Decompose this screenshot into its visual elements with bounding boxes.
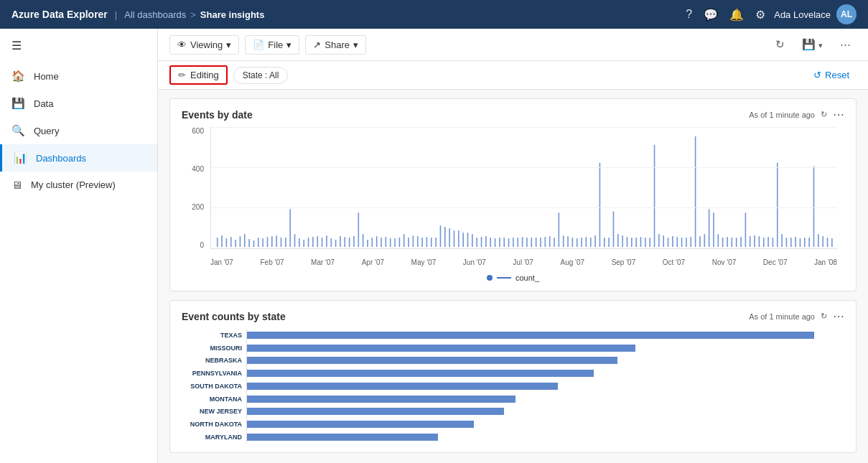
bar-row-maryland bbox=[247, 432, 844, 442]
settings-icon[interactable]: ⚙ bbox=[755, 8, 765, 22]
grid-line-mid1 bbox=[211, 167, 837, 168]
eye-icon: 👁 bbox=[177, 39, 187, 50]
filter-label: State : All bbox=[243, 70, 279, 80]
pencil-icon: ✏ bbox=[178, 70, 186, 80]
chart-plot-area bbox=[210, 127, 837, 249]
grid-lines bbox=[211, 127, 837, 248]
x-label-jan07: Jan '07 bbox=[210, 258, 233, 266]
bar-chart: TEXAS MISSOURI NEBRASKA PENNSYLVANIA SOU… bbox=[182, 329, 844, 444]
help-icon[interactable]: ? bbox=[686, 8, 692, 21]
sidebar-label-data: Data bbox=[34, 98, 53, 109]
user-profile[interactable]: Ada Lovelace AL bbox=[774, 4, 857, 24]
dashboard-content: Events by date As of 1 minute ago ↻ ⋯ 60… bbox=[158, 90, 868, 463]
breadcrumb-arrow: > bbox=[190, 9, 196, 20]
chart1-legend: count_ bbox=[182, 273, 844, 282]
chart2-header: Event counts by state As of 1 minute ago… bbox=[182, 309, 844, 323]
x-label-feb07: Feb '07 bbox=[260, 258, 284, 266]
state-label-northdakota: NORTH DAKOTA bbox=[190, 421, 242, 428]
sidebar-item-dashboards[interactable]: 📊 Dashboards bbox=[0, 144, 157, 172]
brand-name: Azure Data Explorer bbox=[11, 9, 108, 20]
chart1-refresh-icon[interactable]: ↻ bbox=[821, 110, 827, 119]
mycluster-icon: 🖥 bbox=[11, 179, 22, 191]
legend-line-icon bbox=[497, 277, 511, 279]
viewing-label: Viewing bbox=[190, 39, 223, 50]
x-label-jan08: Jan '08 bbox=[814, 258, 837, 266]
bar-row-pennsylvania bbox=[247, 368, 844, 378]
x-axis-labels: Jan '07 Feb '07 Mar '07 Apr '07 May '07 … bbox=[210, 253, 837, 271]
sidebar-item-query[interactable]: 🔍 Query bbox=[0, 117, 157, 144]
hamburger-menu[interactable]: ☰ bbox=[0, 29, 157, 62]
top-navigation: Azure Data Explorer | All dashboards > S… bbox=[0, 0, 868, 29]
x-label-dec07: Dec '07 bbox=[763, 258, 788, 266]
events-by-date-card: Events by date As of 1 minute ago ↻ ⋯ 60… bbox=[169, 98, 857, 291]
y-axis-labels: 600 400 200 0 bbox=[182, 127, 207, 249]
share-icon: ↗ bbox=[313, 39, 321, 50]
share-button[interactable]: ↗ Share ▾ bbox=[305, 35, 366, 55]
user-name: Ada Lovelace bbox=[774, 9, 831, 20]
event-counts-by-state-card: Event counts by state As of 1 minute ago… bbox=[169, 300, 857, 453]
bar-chart-inner: TEXAS MISSOURI NEBRASKA PENNSYLVANIA SOU… bbox=[182, 329, 844, 444]
reset-label: Reset bbox=[825, 70, 849, 80]
refresh-button[interactable]: ↻ bbox=[770, 34, 790, 55]
share-label: Share bbox=[325, 39, 350, 50]
legend-label: count_ bbox=[515, 273, 539, 282]
state-filter-chip[interactable]: State : All bbox=[233, 67, 289, 84]
bar-row-nebraska bbox=[247, 355, 844, 365]
x-label-apr07: Apr '07 bbox=[362, 258, 384, 266]
bar-row-northdakota bbox=[247, 419, 844, 429]
chart1-timestamp: As of 1 minute ago bbox=[749, 111, 815, 119]
bar-y-labels: TEXAS MISSOURI NEBRASKA PENNSYLVANIA SOU… bbox=[182, 329, 246, 444]
sidebar-label-dashboards: Dashboards bbox=[36, 153, 86, 164]
chart2-timestamp: As of 1 minute ago bbox=[749, 312, 815, 321]
feedback-icon[interactable]: 💬 bbox=[704, 8, 718, 22]
state-label-texas: TEXAS bbox=[220, 332, 242, 339]
reset-button[interactable]: ↺ Reset bbox=[806, 67, 857, 83]
viewing-button[interactable]: 👁 Viewing ▾ bbox=[169, 35, 239, 55]
breadcrumb-parent[interactable]: All dashboards bbox=[124, 9, 186, 20]
bar-rows bbox=[246, 329, 844, 444]
sidebar-item-home[interactable]: 🏠 Home bbox=[0, 62, 157, 90]
content-area: 👁 Viewing ▾ 📄 File ▾ ↗ Share ▾ ↻ 💾 ▾ ⋯ bbox=[158, 29, 868, 463]
x-label-jul07: Jul '07 bbox=[513, 258, 533, 266]
chart1-title: Events by date bbox=[182, 109, 253, 121]
editing-label: Editing bbox=[190, 70, 219, 80]
x-label-mar07: Mar '07 bbox=[311, 258, 335, 266]
file-button[interactable]: 📄 File ▾ bbox=[245, 35, 299, 55]
sidebar: ☰ 🏠 Home 💾 Data 🔍 Query 📊 Dashboards 🖥 M… bbox=[0, 29, 158, 463]
chart1-header: Events by date As of 1 minute ago ↻ ⋯ bbox=[182, 108, 844, 121]
share-chevron-icon: ▾ bbox=[353, 39, 358, 50]
y-label-0: 0 bbox=[200, 241, 204, 249]
bar-row-missouri bbox=[247, 343, 844, 353]
reset-icon: ↺ bbox=[813, 70, 821, 80]
state-label-southdakota: SOUTH DAKOTA bbox=[190, 383, 242, 390]
chart2-refresh-icon[interactable]: ↻ bbox=[821, 312, 827, 321]
file-chevron-icon: ▾ bbox=[286, 39, 291, 50]
state-label-pennsylvania: PENNSYLVANIA bbox=[192, 370, 242, 377]
file-label: File bbox=[268, 39, 283, 50]
notifications-icon[interactable]: 🔔 bbox=[729, 8, 744, 22]
home-icon: 🏠 bbox=[11, 70, 25, 83]
sidebar-label-mycluster: My cluster (Preview) bbox=[31, 179, 116, 190]
sidebar-item-data[interactable]: 💾 Data bbox=[0, 90, 157, 117]
state-label-maryland: MARYLAND bbox=[205, 434, 242, 441]
toolbar: 👁 Viewing ▾ 📄 File ▾ ↗ Share ▾ ↻ 💾 ▾ ⋯ bbox=[158, 29, 868, 61]
x-label-may07: May '07 bbox=[411, 258, 437, 266]
line-chart: 600 400 200 0 bbox=[182, 127, 844, 271]
editing-mode-box[interactable]: ✏ Editing bbox=[169, 65, 228, 85]
bar-row-texas bbox=[247, 330, 844, 340]
filter-bar: ✏ Editing State : All ↺ Reset bbox=[158, 61, 868, 90]
chart2-meta: As of 1 minute ago ↻ ⋯ bbox=[749, 309, 844, 323]
sidebar-item-mycluster[interactable]: 🖥 My cluster (Preview) bbox=[0, 172, 157, 198]
bar-row-montana bbox=[247, 394, 844, 404]
y-label-400: 400 bbox=[192, 165, 204, 173]
chart2-more-icon[interactable]: ⋯ bbox=[833, 309, 844, 323]
breadcrumb-current: Share insights bbox=[200, 9, 265, 20]
save-button[interactable]: 💾 ▾ bbox=[796, 34, 829, 55]
chart1-more-icon[interactable]: ⋯ bbox=[833, 108, 844, 121]
dashboards-icon: 📊 bbox=[14, 151, 27, 164]
more-options-button[interactable]: ⋯ bbox=[834, 34, 857, 55]
x-label-sep07: Sep '07 bbox=[612, 258, 636, 266]
grid-line-mid2 bbox=[211, 207, 837, 208]
state-label-nebraska: NEBRASKA bbox=[205, 357, 242, 364]
y-label-200: 200 bbox=[192, 203, 204, 211]
